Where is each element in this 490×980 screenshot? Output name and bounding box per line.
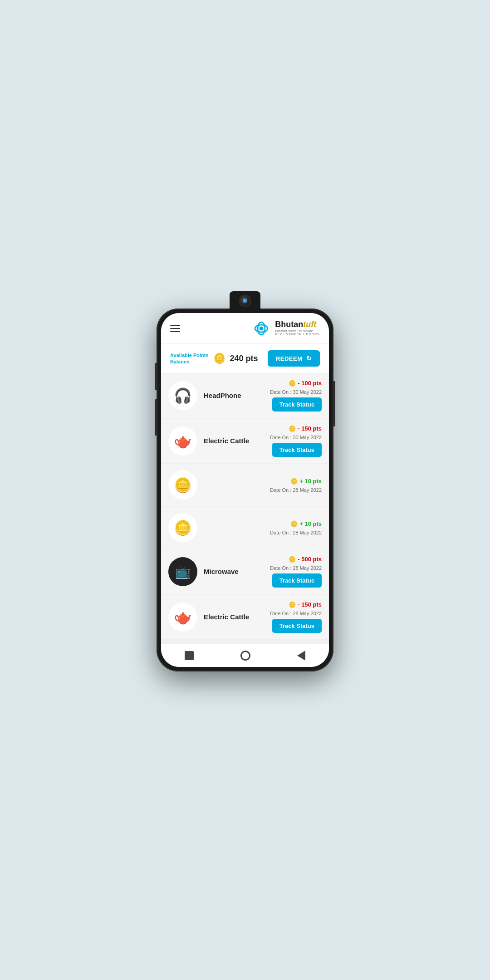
cattle2-icon: 🫖 [174, 608, 192, 626]
item-name-microwave: Microwave [204, 568, 264, 575]
pts-row-points2: 🪙 + 10 pts [290, 520, 322, 527]
track-status-button-microwave[interactable]: Track Status [272, 573, 322, 588]
item-image-cattle2: 🫖 [168, 603, 197, 632]
app-logo: Bhutantuft Bringing Home The Nature PLY … [251, 320, 320, 336]
item-info-microwave: Microwave [204, 568, 264, 576]
item-right-cattle1: 🪙 - 150 pts Date On : 30 May 2022 Track … [270, 425, 322, 457]
list-item: 🪙 🪙 + 10 pts Date On : 28 May 2022 [161, 507, 329, 549]
track-status-button-cattle2[interactable]: Track Status [272, 619, 322, 633]
logo-tagline: Bringing Home The Nature [275, 329, 320, 333]
coin-points1: 🪙 [290, 478, 298, 485]
item-info-headphone: HeadPhone [204, 392, 264, 400]
pts-value-microwave: - 500 pts [298, 556, 322, 563]
microwave-icon: 📺 [175, 564, 191, 579]
side-button-right [333, 381, 335, 426]
redeem-icon: ↻ [306, 355, 312, 362]
nav-square-icon[interactable] [185, 651, 194, 660]
date-cattle2: Date On : 28 May 2022 [270, 611, 322, 616]
pts-value-cattle1: - 150 pts [298, 425, 322, 432]
pts-value-points1: + 10 pts [299, 478, 322, 485]
item-name-cattle1: Electric Cattle [204, 437, 264, 445]
item-name-cattle2: Electric Cattle [204, 613, 264, 621]
points-balance-bar: Available Points Balance 🪙 240 pts REDEE… [161, 344, 329, 373]
points2-icon: 🪙 [174, 519, 192, 536]
logo-brand-name: Bhutantuft [275, 320, 320, 329]
coin-microwave: 🪙 [289, 556, 296, 563]
camera-lens [239, 294, 251, 307]
item-right-cattle2: 🪙 - 150 pts Date On : 28 May 2022 Track … [270, 601, 322, 633]
headphone-icon: 🎧 [174, 387, 192, 404]
hamburger-menu[interactable] [170, 325, 180, 332]
side-button-power [155, 363, 157, 390]
phone-frame: Bhutantuft Bringing Home The Nature PLY … [157, 309, 333, 671]
bottom-navigation [161, 644, 329, 667]
pts-row-cattle1: 🪙 - 150 pts [289, 425, 322, 432]
svg-point-3 [260, 327, 263, 330]
item-image-cattle1: 🫖 [168, 426, 197, 456]
pts-row-points1: 🪙 + 10 pts [290, 478, 322, 485]
item-right-microwave: 🪙 - 500 pts Date On : 28 May 2022 Track … [270, 556, 322, 588]
list-item: 🎧 HeadPhone 🪙 - 100 pts Date On : 30 May… [161, 373, 329, 418]
item-name-headphone: HeadPhone [204, 392, 264, 399]
item-right-headphone: 🪙 - 100 pts Date On : 30 May 2022 Track … [270, 380, 322, 412]
cattle1-icon: 🫖 [174, 432, 192, 450]
coin-cattle2: 🪙 [289, 601, 296, 608]
date-cattle1: Date On : 30 May 2022 [270, 435, 322, 440]
pts-row-headphone: 🪙 - 100 pts [289, 380, 322, 387]
list-item: 🪙 🪙 + 10 pts Date On : 28 May 2022 [161, 464, 329, 506]
track-status-button-headphone[interactable]: Track Status [272, 397, 322, 412]
nav-back-icon[interactable] [297, 651, 305, 661]
track-status-button-cattle1[interactable]: Track Status [272, 443, 322, 457]
coin-points2: 🪙 [290, 520, 298, 527]
item-image-headphone: 🎧 [168, 381, 197, 410]
points-coin-icon: 🪙 [213, 353, 225, 364]
date-microwave: Date On : 28 May 2022 [270, 565, 322, 571]
logo-brand-gold: tuft [303, 320, 316, 329]
pts-value-points2: + 10 pts [299, 520, 322, 527]
item-right-points2: 🪙 + 10 pts Date On : 28 May 2022 [270, 520, 322, 535]
item-image-microwave: 📺 [168, 557, 197, 586]
pts-value-headphone: - 100 pts [298, 380, 322, 387]
item-image-points2: 🪙 [168, 513, 197, 542]
points-label: Available Points Balance [170, 352, 209, 365]
list-item: 📺 Microwave 🪙 - 500 pts Date On : 28 May… [161, 549, 329, 594]
points1-icon: 🪙 [174, 476, 192, 494]
app-header: Bhutantuft Bringing Home The Nature PLY … [161, 313, 329, 344]
items-list: 🎧 HeadPhone 🪙 - 100 pts Date On : 30 May… [161, 373, 329, 644]
item-info-cattle2: Electric Cattle [204, 613, 264, 622]
logo-svg-icon [251, 321, 271, 336]
logo-text-block: Bhutantuft Bringing Home The Nature PLY … [275, 320, 320, 336]
item-right-points1: 🪙 + 10 pts Date On : 28 May 2022 [270, 478, 322, 493]
list-item: 🫖 Electric Cattle 🪙 - 150 pts Date On : … [161, 419, 329, 463]
redeem-button[interactable]: REDEEM ↻ [268, 350, 320, 367]
date-points1: Date On : 28 May 2022 [270, 487, 322, 493]
item-image-points1: 🪙 [168, 470, 197, 500]
list-item: 🫖 Electric Cattle 🪙 - 150 pts Date On : … [161, 595, 329, 639]
logo-brand-black: Bhutan [275, 320, 303, 329]
phone-screen: Bhutantuft Bringing Home The Nature PLY … [161, 313, 329, 667]
coin-headphone: 🪙 [289, 380, 296, 387]
coin-cattle1: 🪙 [289, 425, 296, 432]
item-info-cattle1: Electric Cattle [204, 437, 264, 446]
date-headphone: Date On : 30 May 2022 [270, 389, 322, 395]
redeem-label: REDEEM [276, 355, 303, 362]
side-button-volume [155, 399, 157, 436]
pts-value-cattle2: - 150 pts [298, 601, 322, 608]
camera-bump [230, 291, 260, 310]
date-points2: Date On : 28 May 2022 [270, 530, 322, 535]
nav-home-icon[interactable] [240, 651, 250, 661]
logo-sub: PLY I VENEER I DOORS [275, 333, 320, 336]
pts-row-cattle2: 🪙 - 150 pts [289, 601, 322, 608]
points-value: 240 pts [230, 354, 258, 363]
pts-row-microwave: 🪙 - 500 pts [289, 556, 322, 563]
